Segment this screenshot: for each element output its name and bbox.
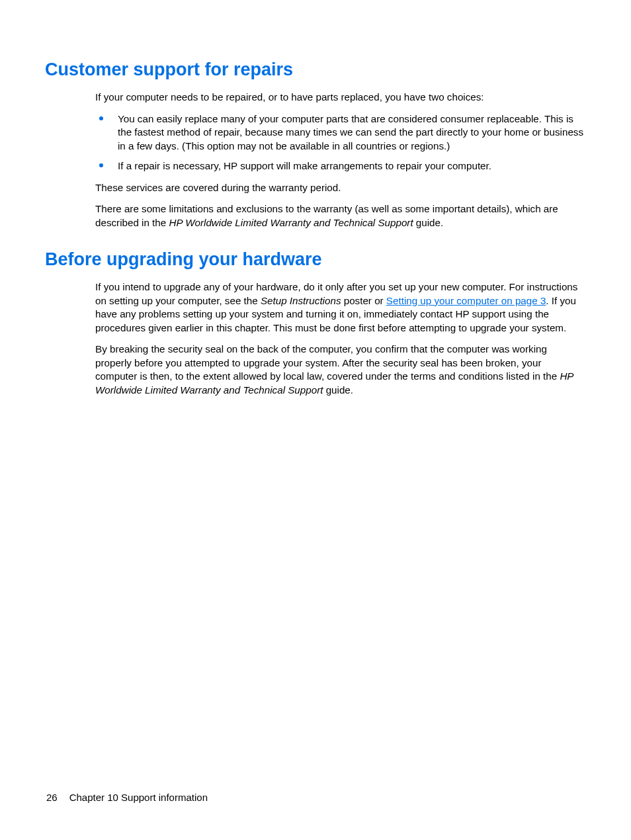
section-heading-customer-support: Customer support for repairs — [45, 60, 586, 80]
emphasized-title: HP Worldwide Limited Warranty and Techni… — [169, 217, 413, 228]
section1-intro: If your computer needs to be repaired, o… — [95, 91, 586, 105]
section2-para1: If you intend to upgrade any of your har… — [95, 280, 586, 335]
list-item: If a repair is necessary, HP support wil… — [95, 159, 586, 173]
text-run: By breaking the security seal on the bac… — [95, 343, 560, 382]
section2-para2: By breaking the security seal on the bac… — [95, 343, 586, 397]
text-run: guide. — [413, 217, 444, 228]
section2-body: If you intend to upgrade any of your har… — [95, 280, 586, 397]
section1-para2: These services are covered during the wa… — [95, 181, 586, 195]
text-run: poster or — [341, 295, 386, 306]
section-heading-before-upgrading: Before upgrading your hardware — [45, 249, 586, 270]
page-footer: 26Chapter 10 Support information — [46, 792, 208, 803]
page-number: 26 — [46, 792, 58, 803]
section1-para3: There are some limitations and exclusion… — [95, 202, 586, 230]
section1-body: If your computer needs to be repaired, o… — [95, 91, 586, 230]
setup-link[interactable]: Setting up your computer on page 3 — [386, 295, 546, 306]
emphasized-title: Setup Instructions — [261, 295, 341, 306]
text-run: guide. — [323, 384, 353, 396]
section1-bullets: You can easily replace many of your comp… — [95, 112, 586, 173]
chapter-label: Chapter 10 Support information — [69, 792, 208, 803]
list-item: You can easily replace many of your comp… — [95, 112, 586, 153]
